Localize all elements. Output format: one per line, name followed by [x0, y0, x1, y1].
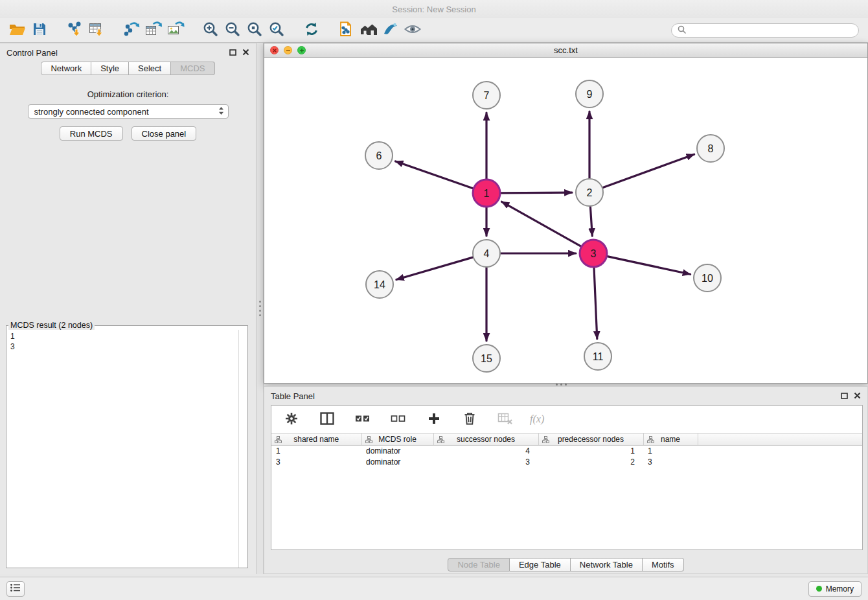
network-canvas[interactable]: 7968124314101511 — [264, 58, 867, 383]
float-panel-icon[interactable] — [229, 48, 236, 58]
edge-1-to-2[interactable] — [501, 192, 572, 193]
export-network-button[interactable] — [120, 20, 143, 41]
cell-mcds-role[interactable]: dominator — [361, 457, 433, 468]
select-all-columns-button[interactable] — [352, 409, 374, 430]
refresh-button[interactable] — [301, 20, 323, 41]
import-network-button[interactable] — [63, 20, 86, 41]
zoom-fit-button[interactable] — [244, 20, 266, 41]
cell-predecessor-nodes[interactable]: 1 — [538, 446, 643, 457]
close-panel-icon[interactable] — [242, 48, 249, 58]
memory-button[interactable]: Memory — [808, 581, 862, 597]
graph-node-6[interactable]: 6 — [365, 142, 393, 169]
edge-3-to-10[interactable] — [608, 257, 691, 275]
control-tab-mcds[interactable]: MCDS — [171, 62, 214, 75]
zoom-in-button[interactable] — [200, 20, 222, 41]
graph-node-9[interactable]: 9 — [576, 80, 603, 108]
control-tab-network[interactable]: Network — [41, 62, 91, 75]
column-header-name[interactable]: name — [643, 433, 698, 446]
edge-2-to-8[interactable] — [603, 154, 694, 187]
table-tab-edge-table[interactable]: Edge Table — [510, 558, 571, 571]
mcds-result-area: 13 — [6, 330, 247, 568]
table-settings-button[interactable] — [280, 409, 303, 430]
node-table-box: f(x) shared nameMCDS rolesuccessor nodes… — [271, 405, 863, 550]
run-mcds-button[interactable]: Run MCDS — [60, 126, 123, 141]
node-label: 9 — [587, 89, 593, 100]
edge-3-to-11[interactable] — [594, 268, 597, 339]
minimize-window-icon[interactable] — [284, 46, 292, 54]
show-columns-button[interactable] — [316, 409, 338, 430]
show-hide-details-button[interactable] — [402, 20, 424, 41]
graph-node-3[interactable]: 3 — [580, 240, 607, 267]
hierarchy-icon — [275, 436, 282, 445]
cell-mcds-role[interactable]: dominator — [361, 446, 433, 457]
graph-node-1[interactable]: 1 — [473, 179, 500, 207]
home-button[interactable] — [358, 20, 380, 41]
result-scrollbar[interactable] — [238, 330, 239, 568]
close-table-panel-icon[interactable] — [854, 391, 861, 401]
export-table-button[interactable] — [143, 20, 165, 41]
close-panel-button[interactable]: Close panel — [131, 126, 197, 141]
table-tab-network-table[interactable]: Network Table — [571, 558, 643, 571]
search-box[interactable] — [671, 23, 859, 38]
import-network-database-button[interactable] — [336, 20, 358, 41]
cell-name[interactable]: 1 — [643, 446, 698, 457]
mcds-result-line: 3 — [10, 341, 247, 352]
control-tab-select[interactable]: Select — [129, 62, 171, 75]
import-table-button[interactable] — [86, 20, 108, 41]
optimization-dropdown[interactable]: strongly connected component — [28, 104, 229, 119]
unselect-all-columns-button[interactable] — [387, 409, 409, 430]
create-column-button[interactable] — [423, 409, 445, 430]
table-row[interactable]: 1dominator411 — [271, 446, 862, 457]
graph-node-4[interactable]: 4 — [473, 240, 500, 267]
zoom-selected-button[interactable] — [266, 20, 288, 41]
open-file-button[interactable] — [6, 20, 29, 41]
column-header-predecessor-nodes[interactable]: predecessor nodes — [538, 433, 643, 446]
graph-node-2[interactable]: 2 — [576, 179, 603, 206]
delete-column-button[interactable] — [459, 409, 481, 430]
save-session-button[interactable] — [29, 20, 51, 41]
close-window-icon[interactable] — [270, 46, 279, 54]
vertical-splitter[interactable] — [256, 43, 264, 574]
column-label: shared name — [293, 435, 339, 444]
network-database-icon — [338, 21, 355, 40]
task-history-button[interactable] — [6, 581, 25, 597]
search-input[interactable] — [690, 26, 852, 35]
graph-node-8[interactable]: 8 — [697, 135, 724, 162]
edge-3-to-1[interactable] — [502, 202, 581, 246]
node-label: 4 — [484, 248, 490, 259]
control-tab-style[interactable]: Style — [91, 62, 129, 75]
mcds-result-box: MCDS result (2 nodes) 13 — [6, 321, 248, 568]
table-tab-node-table[interactable]: Node Table — [448, 558, 510, 571]
cell-name[interactable]: 3 — [643, 457, 698, 468]
column-header-successor-nodes[interactable]: successor nodes — [433, 433, 538, 446]
table-row[interactable]: 3dominator323 — [271, 457, 862, 468]
cell-predecessor-nodes[interactable]: 2 — [538, 457, 643, 468]
cell-shared-name[interactable]: 3 — [271, 457, 361, 468]
select-all-icon — [355, 414, 371, 425]
maximize-window-icon[interactable] — [297, 46, 306, 54]
zoom-out-button[interactable] — [222, 20, 244, 41]
edge-2-to-3[interactable] — [590, 207, 592, 236]
column-header-shared-name[interactable]: shared name — [271, 433, 361, 446]
main-toolbar — [0, 18, 868, 43]
cell-shared-name[interactable]: 1 — [271, 446, 361, 457]
apply-style-button[interactable] — [380, 20, 402, 41]
float-table-panel-icon[interactable] — [841, 391, 848, 401]
graph-node-11[interactable]: 11 — [584, 343, 611, 370]
node-label: 3 — [591, 248, 597, 259]
cell-successor-nodes[interactable]: 4 — [433, 446, 538, 457]
window-title: Session: New Session — [392, 5, 475, 14]
unselect-all-icon — [391, 414, 406, 425]
graph-node-10[interactable]: 10 — [694, 264, 721, 292]
network-window-title: scc.txt — [554, 45, 578, 55]
edge-1-to-6[interactable] — [396, 161, 474, 189]
cell-successor-nodes[interactable]: 3 — [433, 457, 538, 468]
edge-4-to-14[interactable] — [396, 257, 473, 279]
table-tab-motifs[interactable]: Motifs — [643, 558, 684, 571]
graph-node-14[interactable]: 14 — [366, 271, 393, 298]
graph-node-15[interactable]: 15 — [473, 345, 500, 372]
column-header-mcds-role[interactable]: MCDS role — [361, 433, 433, 446]
graph-node-7[interactable]: 7 — [473, 82, 500, 109]
node-label: 11 — [593, 351, 604, 362]
export-image-button[interactable] — [165, 20, 187, 41]
